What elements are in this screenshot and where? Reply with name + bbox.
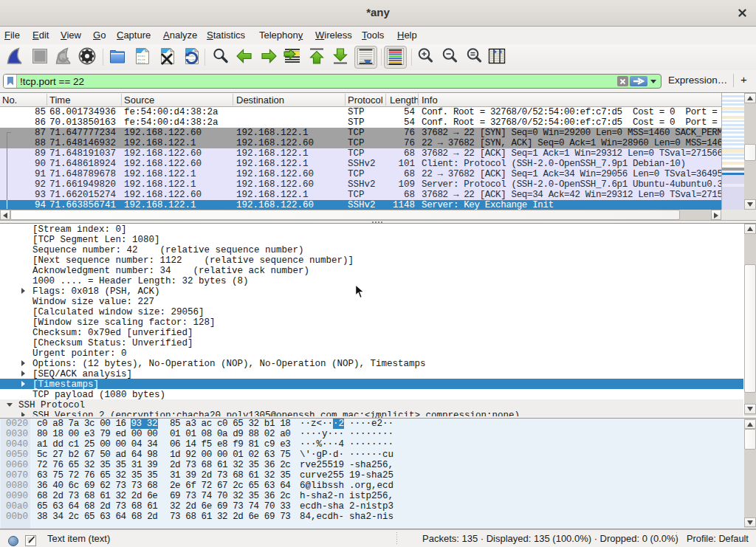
svg-text:0111: 0111 <box>137 61 145 64</box>
